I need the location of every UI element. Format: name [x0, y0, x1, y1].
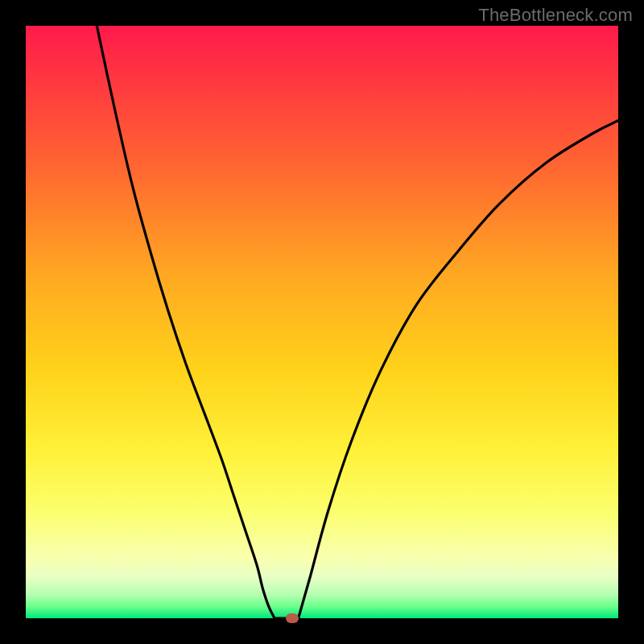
watermark-text: TheBottleneck.com: [478, 5, 633, 26]
chart-frame: TheBottleneck.com: [0, 0, 644, 644]
bottleneck-curve: [97, 26, 618, 621]
optimal-marker: [286, 613, 299, 623]
curve-svg: [26, 26, 618, 618]
plot-area: [26, 26, 618, 618]
